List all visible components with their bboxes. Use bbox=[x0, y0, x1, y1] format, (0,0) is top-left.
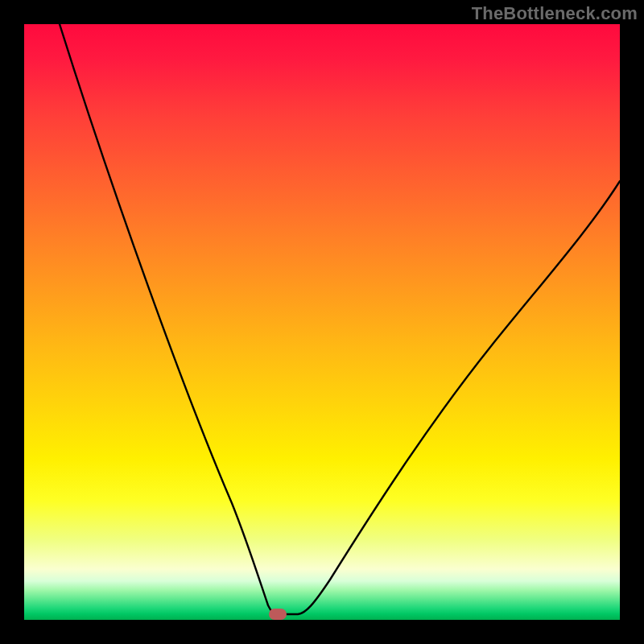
curve-path bbox=[60, 24, 620, 614]
minimum-marker bbox=[269, 609, 287, 620]
plot-area bbox=[24, 24, 620, 620]
watermark-text: TheBottleneck.com bbox=[472, 3, 638, 24]
chart-frame: TheBottleneck.com bbox=[0, 0, 644, 644]
bottleneck-curve bbox=[24, 24, 620, 620]
